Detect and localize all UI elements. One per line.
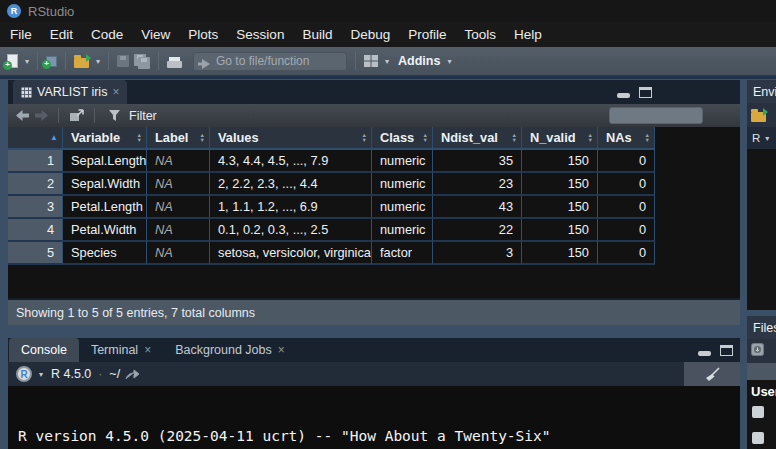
header-variable[interactable]: Variable▲▼	[63, 127, 147, 150]
viewer-tabbar: VARLIST iris ×	[8, 80, 740, 104]
app-title: RStudio	[28, 4, 74, 19]
rownum-cell: 4	[8, 219, 63, 242]
viewer-toolbar: Filter	[8, 104, 740, 127]
new-file-icon[interactable]: +	[7, 54, 18, 68]
tab-terminal[interactable]: Terminal ×	[79, 338, 163, 362]
panes-dropdown-icon[interactable]: ▾	[385, 57, 389, 66]
save-icon[interactable]	[117, 55, 129, 67]
console-tabbar: Console Terminal × Background Jobs ×	[8, 338, 740, 362]
filter-icon[interactable]	[109, 107, 120, 125]
back-icon[interactable]	[16, 107, 29, 125]
sort-icon: ▲▼	[645, 133, 650, 142]
open-in-new-window-icon[interactable]	[69, 107, 84, 125]
values-cell: setosa, versicolor, virginica	[210, 242, 372, 265]
menu-view[interactable]: View	[132, 27, 179, 42]
close-tab-icon[interactable]: ×	[112, 87, 119, 97]
maximize-pane-icon[interactable]	[720, 345, 733, 356]
close-tab-icon[interactable]: ×	[278, 345, 285, 355]
menu-edit[interactable]: Edit	[41, 27, 82, 42]
menu-debug[interactable]: Debug	[341, 27, 399, 42]
ndist-cell: 35	[433, 150, 522, 173]
forward-icon[interactable]	[35, 107, 48, 125]
variable-cell: Sepal.Width	[63, 173, 147, 196]
addins-button[interactable]: Addins	[398, 54, 440, 68]
print-icon[interactable]	[167, 57, 182, 68]
sort-icon: ▲▼	[512, 133, 517, 142]
clear-console-button[interactable]	[684, 362, 740, 386]
menu-profile[interactable]: Profile	[399, 27, 455, 42]
new-project-icon[interactable]: +	[46, 56, 57, 67]
header-values[interactable]: Values▲▼	[210, 127, 372, 150]
rownum-cell: 3	[8, 196, 63, 219]
file-checkbox[interactable]	[752, 432, 764, 444]
rownum-cell: 2	[8, 173, 63, 196]
ndist-cell: 3	[433, 242, 522, 265]
values-cell: 4.3, 4.4, 4.5, ..., 7.9	[210, 150, 372, 173]
open-file-icon[interactable]	[74, 58, 89, 68]
load-workspace-icon[interactable]	[751, 112, 766, 122]
r-version-icon: R	[16, 366, 32, 382]
tab-environment[interactable]: Environment	[747, 80, 776, 103]
close-tab-icon[interactable]: ×	[144, 345, 151, 355]
environment-language-selector[interactable]: R ▾	[747, 127, 776, 149]
values-cell: 0.1, 0.2, 0.3, ..., 2.5	[210, 219, 372, 242]
class-cell: numeric	[372, 219, 433, 242]
sorted-ascending-icon: ▲	[50, 133, 58, 142]
maximize-pane-icon[interactable]	[639, 87, 652, 98]
popout-directory-icon[interactable]	[125, 366, 139, 384]
console-line: R version 4.5.0 (2025-04-11 ucrt) -- "Ho…	[18, 428, 733, 445]
save-all-icon[interactable]	[134, 54, 150, 69]
table-header-row: ▲ Variable▲▼ Label▲▼ Values▲▼ Class▲▼ Nd…	[8, 127, 740, 150]
addins-dropdown-icon[interactable]: ▾	[447, 57, 451, 66]
new-file-dropdown-icon[interactable]: ▾	[25, 57, 29, 66]
window-titlebar: R RStudio	[0, 0, 776, 22]
environment-toolbar	[747, 103, 776, 127]
tab-files[interactable]: Files	[747, 316, 776, 339]
tab-console[interactable]: Console	[9, 338, 79, 362]
table-status-bar: Showing 1 to 5 of 5 entries, 7 total col…	[8, 298, 740, 325]
files-path-bar	[747, 363, 776, 380]
menu-plots[interactable]: Plots	[179, 27, 227, 42]
header-n-valid[interactable]: N_valid▲▼	[522, 127, 598, 150]
minimize-pane-icon[interactable]	[698, 351, 711, 356]
files-item-label: User	[751, 384, 776, 399]
table-row: 1 Sepal.Length NA 4.3, 4.4, 4.5, ..., 7.…	[8, 150, 740, 173]
menu-build[interactable]: Build	[293, 27, 341, 42]
nas-cell: 0	[598, 173, 655, 196]
class-cell: factor	[372, 242, 433, 265]
tab-varlist-iris[interactable]: VARLIST iris ×	[13, 80, 127, 104]
menu-tools[interactable]: Tools	[455, 27, 505, 42]
table-search-input[interactable]	[609, 107, 703, 124]
ndist-cell: 22	[433, 219, 522, 242]
class-cell: numeric	[372, 196, 433, 219]
sort-icon: ▲▼	[588, 133, 593, 142]
goto-file-input[interactable]	[193, 52, 347, 71]
nvalid-cell: 150	[522, 150, 598, 173]
header-label[interactable]: Label▲▼	[147, 127, 210, 150]
filter-button[interactable]: Filter	[129, 109, 157, 123]
header-rownum[interactable]: ▲	[8, 127, 63, 150]
toolbar-divider	[0, 76, 776, 79]
tab-background-jobs[interactable]: Background Jobs ×	[163, 338, 297, 362]
menubar: File Edit Code View Plots Session Build …	[0, 22, 776, 47]
header-nas[interactable]: NAs▲▼	[598, 127, 655, 150]
panes-layout-icon[interactable]	[364, 53, 378, 71]
class-cell: numeric	[372, 173, 433, 196]
r-version-dropdown-icon[interactable]: ▾	[39, 370, 43, 379]
variable-cell: Sepal.Length	[63, 150, 147, 173]
menu-code[interactable]: Code	[82, 27, 132, 42]
files-pane: Files User	[747, 316, 776, 449]
console-output: R version 4.5.0 (2025-04-11 ucrt) -- "Ho…	[18, 394, 733, 449]
table-row: 2 Sepal.Width NA 2, 2.2, 2.3, ..., 4.4 n…	[8, 173, 740, 196]
open-file-dropdown-icon[interactable]: ▾	[96, 57, 100, 66]
minimize-pane-icon[interactable]	[617, 93, 630, 98]
nas-cell: 0	[598, 196, 655, 219]
menu-session[interactable]: Session	[227, 27, 293, 42]
menu-help[interactable]: Help	[505, 27, 551, 42]
header-class[interactable]: Class▲▼	[372, 127, 433, 150]
nas-cell: 0	[598, 219, 655, 242]
header-ndist-val[interactable]: Ndist_val▲▼	[433, 127, 522, 150]
menu-file[interactable]: File	[1, 27, 41, 42]
new-folder-icon[interactable]	[751, 342, 764, 360]
file-checkbox[interactable]	[752, 406, 764, 418]
